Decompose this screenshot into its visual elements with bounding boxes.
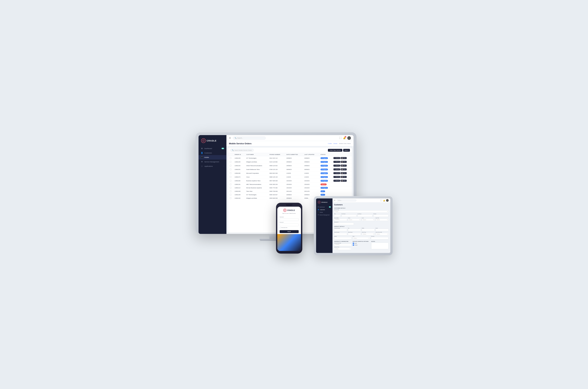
row-checkbox[interactable] [230,165,231,166]
mobile-input[interactable] [362,229,375,231]
sidebar-item-service-management[interactable]: ⚙ Service Management [199,160,226,164]
phone-password-input[interactable] [280,224,299,226]
tablet-nav-service[interactable]: ⚙ Service Management [316,214,333,216]
phone-cell: 0412 222 112 [268,156,285,160]
tablet-fullscreen-icon[interactable]: ⛶ [380,200,382,201]
refresh-button[interactable]: ↻ Refresh [334,161,340,163]
refresh-button[interactable]: ↻ Refresh [334,157,340,159]
notes-button[interactable]: 📋 Notes [341,168,347,170]
sidebar-item-mobile[interactable]: 📱 Mobile › [199,155,226,160]
more-button[interactable]: More ▾ [343,149,350,152]
email-dispatch-checkbox[interactable] [353,243,354,244]
row-checkbox[interactable] [230,190,231,192]
street-number-input[interactable] [334,233,347,235]
remember-me-checkbox[interactable] [280,227,281,228]
status-cell: In P... [319,190,332,193]
street-suffix-select[interactable]: Choose... ▾ [376,233,388,235]
breadcrumb-cradle[interactable]: Cradle [328,143,332,144]
suburb-input[interactable] [334,237,352,239]
dashboard-icon: ⊞ [201,147,203,150]
row-checkbox[interactable] [230,197,231,199]
tablet-search[interactable]: Search... [337,199,356,201]
row-checkbox-cell [228,190,233,193]
row-checkbox[interactable] [230,176,231,178]
customer-details-section: CUSTOMER DETAILS [334,208,389,209]
email-input[interactable] [376,229,388,231]
refresh-button[interactable]: ↻ Refresh [334,172,340,174]
position-input[interactable] [373,215,388,217]
notes-button[interactable]: 📋 Notes [341,165,347,167]
street-name-input[interactable] [348,233,361,235]
cycle-select[interactable]: Choose... ▾ [362,219,375,221]
updated-cell: 30/09/23 [303,167,319,171]
alternate-id-input[interactable] [334,223,354,225]
hamburger-icon[interactable]: ☰ [229,137,231,139]
refresh-button[interactable]: ↻ Refresh [334,176,340,178]
sidebar-item-applications[interactable]: □ Applications › [199,164,226,168]
postcode-input[interactable] [371,237,388,239]
tablet-avatar[interactable] [386,199,389,202]
table-search-box[interactable]: 🔍 Search Mobile Service Orders [230,149,254,152]
contract-section: CONTRACT & MARKETING Contract Start Date… [334,240,351,250]
invoice-section-label: INVOICE DISPATCH OPTIONS [353,241,370,242]
order-new-service-button[interactable]: Order New Service [328,149,342,152]
notes-button[interactable]: 📋 Notes [341,157,347,159]
sidebar-item-dashboard[interactable]: ⊞ Dashboard 89 [199,146,226,151]
user-avatar[interactable] [347,136,351,140]
first-name-field: First Name [342,213,357,217]
tablet-nav-customers[interactable]: 👤 Customers [316,208,333,211]
group-select[interactable]: Choose... ▾ [348,219,361,221]
tablet-logo: CRADLE [316,200,333,206]
notifications-icon[interactable]: 🔔 1 [343,137,346,139]
postcode-field: Postcode [371,236,388,239]
fullscreen-icon[interactable]: ⛶ [339,137,341,139]
title-input[interactable] [334,215,341,217]
row-checkbox-cell [228,193,233,196]
notes-textarea[interactable] [371,243,388,249]
notes-button[interactable]: 📋 Notes [341,172,347,174]
notes-button[interactable]: 📋 Notes [341,176,347,178]
actions-cell [332,190,352,193]
notes-button[interactable]: 📋 Notes [341,161,347,163]
phone-login-button[interactable]: Log In [280,230,299,233]
row-checkbox[interactable] [230,187,231,189]
fax-input[interactable] [348,229,361,231]
tablet-notifications-icon[interactable]: 🔔 [383,200,385,201]
last-name-input[interactable] [357,215,373,217]
row-checkbox[interactable] [230,180,231,182]
status-badge: In Progress [320,157,328,159]
row-checkbox[interactable] [230,194,231,195]
row-checkbox[interactable] [230,161,231,163]
data-plan-select[interactable]: Choose... ▾ [376,219,388,221]
row-checkbox[interactable] [230,168,231,170]
row-checkbox[interactable] [230,172,231,174]
tablet-device: CRADLE ⊞ Dashboard 89 👤 Customers 📱 Mobi… [314,196,393,255]
refresh-button[interactable]: ↻ Refresh [334,180,340,182]
dob-input[interactable]: mm/dd/yyyy [334,219,347,221]
contact-number-input[interactable] [334,229,347,231]
contract-start-input[interactable]: mm/dd/yyyy [334,244,351,246]
contract-term-select[interactable]: Choose... ▾ [334,248,351,250]
tablet-nav-mobile[interactable]: 📱 Mobile [316,211,333,214]
account-type-select[interactable]: Choose... ▾ [334,210,389,213]
street-type-select[interactable]: Choose... ▾ [362,233,375,235]
refresh-button[interactable]: ↻ Refresh [334,165,340,167]
row-checkbox[interactable] [230,184,231,185]
tablet-nav-dashboard[interactable]: ⊞ Dashboard 89 [316,206,333,208]
refresh-button[interactable]: ↻ Refresh [334,168,340,170]
mobile-phone: CRADLE Sign in to your Cradle Account. U… [276,203,302,254]
state-select[interactable]: Choose... ▾ [352,237,370,239]
phone-username-input[interactable] [280,218,299,221]
notes-button[interactable]: 📋 Notes [341,180,347,182]
topbar-search-box[interactable]: 🔍 Search... [233,136,266,139]
tablet-hamburger[interactable]: ☰ [334,200,335,201]
contract-start-field: Contract Start Date mm/dd/yyyy [334,243,351,246]
row-checkbox[interactable] [230,157,231,159]
sidebar-item-customers[interactable]: 👤 Customers [199,151,226,155]
tablet-main: ☰ Search... ⛶ 🔔 Customers Cradle > Mobil… [333,198,390,253]
orders-table: Order ID Customer Phone Number Date Subm… [228,153,352,200]
breadcrumb-mobile[interactable]: Mobile [334,143,337,144]
order-id-cell: 12381272 [233,175,245,179]
printed-dispatch-checkbox[interactable] [353,244,354,246]
first-name-input[interactable] [342,215,357,217]
